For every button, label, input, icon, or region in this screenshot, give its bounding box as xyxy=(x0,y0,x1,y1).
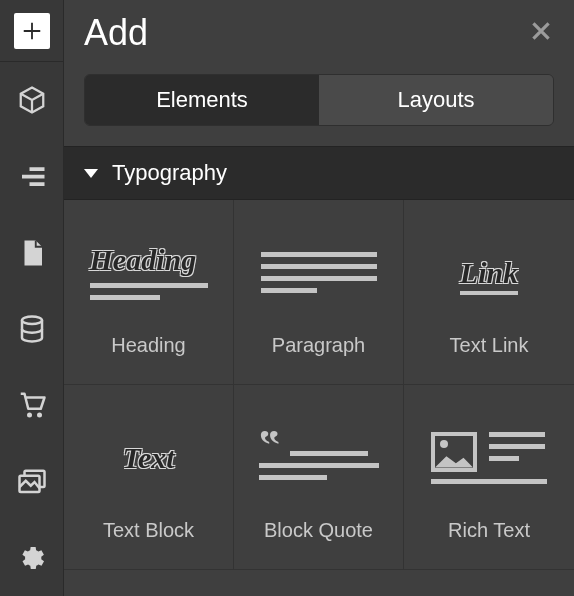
heading-icon: Heading xyxy=(89,238,209,308)
rich-text-icon xyxy=(429,423,549,493)
svg-rect-2 xyxy=(29,183,44,187)
plus-icon xyxy=(14,13,50,49)
elements-grid: Heading Heading Paragraph xyxy=(64,200,574,570)
element-label: Heading xyxy=(111,334,186,357)
text-icon: Text xyxy=(89,423,209,493)
panel-header: Add xyxy=(64,0,574,68)
chevron-down-icon xyxy=(84,169,98,178)
svg-rect-1 xyxy=(22,175,45,179)
cart-icon xyxy=(17,390,47,420)
panel-title: Add xyxy=(84,12,148,54)
close-button[interactable] xyxy=(528,18,554,48)
rail-add-button[interactable] xyxy=(0,0,64,61)
element-block-quote[interactable]: ” Block Quote xyxy=(234,385,404,570)
svg-rect-0 xyxy=(29,168,44,172)
images-icon xyxy=(17,467,47,497)
rail-cms-button[interactable] xyxy=(0,291,64,367)
close-icon xyxy=(528,18,554,44)
link-icon: Link xyxy=(429,238,549,308)
element-label: Rich Text xyxy=(448,519,530,542)
rail-settings-button[interactable] xyxy=(0,520,64,596)
tab-elements[interactable]: Elements xyxy=(85,75,319,125)
layers-icon xyxy=(17,161,47,191)
rail-ecommerce-button[interactable] xyxy=(0,367,64,443)
rail-pages-button[interactable] xyxy=(0,215,64,291)
quote-icon: ” xyxy=(259,423,379,493)
svg-point-3 xyxy=(22,316,42,324)
rail-assets-button[interactable] xyxy=(0,443,64,519)
panel-tabs: Elements Layouts xyxy=(84,74,554,126)
element-text-block[interactable]: Text Text Block xyxy=(64,385,234,570)
svg-point-4 xyxy=(27,413,32,418)
element-label: Text Block xyxy=(103,519,194,542)
element-rich-text[interactable]: Rich Text xyxy=(404,385,574,570)
section-typography-header[interactable]: Typography xyxy=(64,146,574,200)
element-heading[interactable]: Heading Heading xyxy=(64,200,234,385)
element-paragraph[interactable]: Paragraph xyxy=(234,200,404,385)
element-label: Paragraph xyxy=(272,334,365,357)
database-icon xyxy=(17,314,47,344)
element-text-link[interactable]: Link Text Link xyxy=(404,200,574,385)
paragraph-icon xyxy=(259,238,379,308)
svg-point-5 xyxy=(37,413,42,418)
element-label: Text Link xyxy=(450,334,529,357)
cube-icon xyxy=(17,85,47,115)
element-label: Block Quote xyxy=(264,519,373,542)
add-panel: Add Elements Layouts Typography Heading xyxy=(64,0,574,596)
rail-structure-button[interactable] xyxy=(0,138,64,214)
section-title: Typography xyxy=(112,160,227,186)
tab-layouts[interactable]: Layouts xyxy=(319,75,553,125)
gear-icon xyxy=(17,543,47,573)
page-icon xyxy=(17,238,47,268)
app-root: Add Elements Layouts Typography Heading xyxy=(0,0,574,596)
rail-blocks-button[interactable] xyxy=(0,62,64,138)
left-rail xyxy=(0,0,64,596)
